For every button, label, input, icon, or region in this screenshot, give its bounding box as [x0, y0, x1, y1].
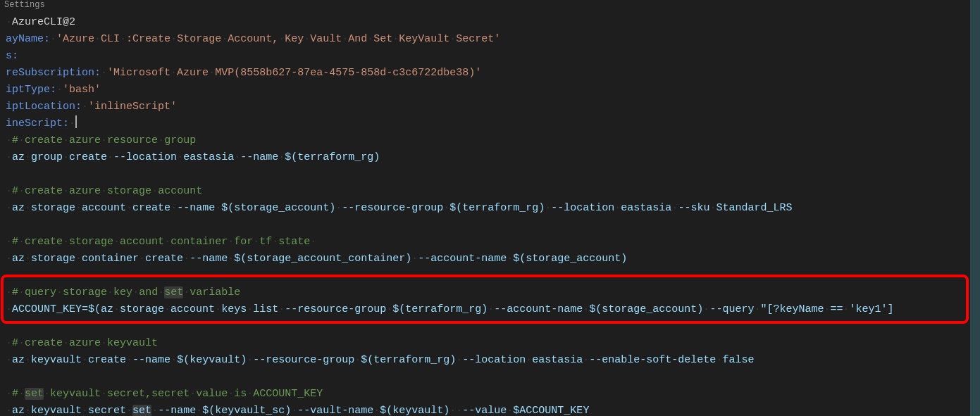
yaml-key: ayName	[6, 33, 44, 45]
highlight: set	[132, 405, 151, 416]
yaml-key: iptType	[6, 84, 50, 96]
minimap[interactable]	[970, 0, 980, 416]
yaml-key: ineScript	[6, 118, 63, 130]
shell-command: ·az·keyvault·secret·	[6, 405, 132, 416]
comment: ·#·create·storage·account·container·for·…	[6, 236, 316, 248]
tab-bar: Settings	[0, 0, 980, 11]
highlight: set	[25, 388, 44, 400]
comment: ·#·query·storage·key·and·	[6, 286, 164, 298]
code-editor[interactable]: ·AzureCLI@2 ayName:·'Azure·CLI·:Create·S…	[0, 11, 980, 416]
shell-command: ·az·storage·account·create·--name·$(stor…	[6, 202, 792, 214]
highlight: set	[164, 286, 183, 298]
shell-command: ·ACCOUNT_KEY=$(az·storage·account·keys·l…	[6, 303, 893, 315]
shell-command: ·az·group·create·--location·eastasia·--n…	[6, 151, 380, 163]
yaml-string: 'Microsoft·Azure·MVP(8558b627-87ea-4575-…	[107, 67, 481, 79]
code-text: ·AzureCLI@2	[6, 16, 75, 28]
comment: ·#·	[6, 388, 25, 400]
comment: ·#·create·azure·keyvault	[6, 337, 158, 349]
comment: ·#·create·azure·resource·group	[6, 134, 196, 146]
yaml-string: 'bash'	[63, 84, 101, 96]
yaml-string: 'Azure·CLI·:Create·Storage·Account,·Key·…	[56, 33, 500, 45]
shell-command: ·az·keyvault·create·--name·$(keyvault)·-…	[6, 354, 754, 366]
yaml-string: 'inlineScript'	[88, 101, 177, 113]
text-cursor	[75, 115, 77, 128]
comment: ·#·create·azure·storage·account	[6, 185, 202, 197]
shell-command: ·az·storage·container·create·--name·$(st…	[6, 253, 627, 265]
yaml-key: iptLocation	[6, 101, 75, 113]
tab-settings[interactable]: Settings	[4, 0, 45, 10]
yaml-key: reSubscription	[6, 67, 94, 79]
yaml-key: s:	[6, 50, 18, 62]
